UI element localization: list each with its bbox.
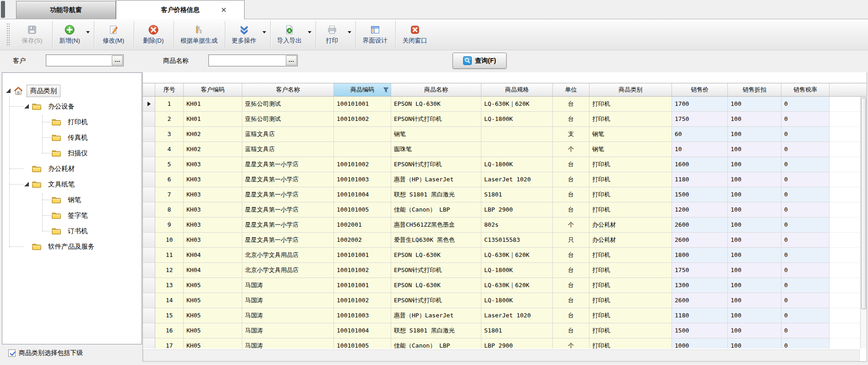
table-cell[interactable]: 10 xyxy=(672,142,728,157)
table-cell[interactable]: 1500 xyxy=(672,323,728,338)
product-lookup-button[interactable]: … xyxy=(286,55,297,65)
table-cell[interactable]: 100101002 xyxy=(334,293,391,308)
tree-item-label[interactable]: 办公设备 xyxy=(45,101,78,112)
table-cell[interactable]: 1002002 xyxy=(334,233,391,248)
tree-item-label[interactable]: 扫描仪 xyxy=(65,147,91,159)
tree-item[interactable]: 签字笔 xyxy=(2,207,142,223)
tree-item[interactable]: 扫描仪 xyxy=(2,145,142,161)
table-cell[interactable]: 蓝猫文具店 xyxy=(242,127,334,142)
table-cell[interactable]: 802s xyxy=(481,218,553,233)
table-cell[interactable]: 0 xyxy=(781,233,830,248)
table-cell[interactable]: 100101002 xyxy=(334,112,391,127)
dropdown-arrow-icon[interactable] xyxy=(308,31,311,33)
table-cell[interactable]: LQ-1800K xyxy=(481,263,553,278)
table-cell[interactable]: 蓝猫文具店 xyxy=(242,142,334,157)
vertical-scrollbar[interactable] xyxy=(860,97,867,349)
table-cell[interactable]: EPSON LQ-630K xyxy=(391,97,481,112)
tree-expander-icon[interactable] xyxy=(6,88,11,93)
table-cell[interactable]: 2 xyxy=(155,112,184,127)
table-cell[interactable]: 打印机 xyxy=(590,323,672,338)
row-indicator-cell[interactable] xyxy=(143,157,155,172)
table-cell[interactable] xyxy=(481,127,553,142)
tree-expander-icon[interactable] xyxy=(24,182,29,186)
table-cell[interactable]: 100101002 xyxy=(334,157,391,172)
table-cell[interactable]: C13S015583 xyxy=(481,233,553,248)
table-row[interactable]: 11KH04北京小学文具用品店100101001EPSON LQ-630KLQ-… xyxy=(143,248,867,263)
table-cell[interactable]: 联想 S1801 黑白激光 xyxy=(391,187,481,202)
table-cell[interactable]: KH03 xyxy=(184,187,242,202)
table-cell[interactable]: 马国涛 xyxy=(242,293,334,308)
table-cell[interactable]: EPSON针式打印机 xyxy=(391,157,481,172)
table-row[interactable]: 9KH03星星文具第一小学店1002001惠普CH561ZZ黑色墨盒802s个办… xyxy=(143,218,867,233)
table-cell[interactable]: 爱普生LQ630K 黑色色 xyxy=(391,233,481,248)
table-row[interactable]: 16KH05马国涛100101004联想 S1801 黑白激光S1801台打印机… xyxy=(143,323,867,338)
table-cell[interactable]: KH03 xyxy=(184,157,242,172)
table-cell[interactable]: EPSON LQ-630K xyxy=(391,278,481,293)
table-cell[interactable]: KH05 xyxy=(184,338,242,349)
add-button[interactable]: 新增(N) xyxy=(53,19,94,50)
table-row[interactable]: 5KH03星星文具第一小学店100101002EPSON针式打印机LQ-1800… xyxy=(143,157,867,172)
table-cell[interactable]: KH04 xyxy=(184,263,242,278)
column-header[interactable]: 商品类别 xyxy=(590,83,672,97)
row-indicator-cell[interactable] xyxy=(143,323,155,338)
table-cell[interactable]: KH01 xyxy=(184,97,242,112)
row-indicator-cell[interactable] xyxy=(143,248,155,263)
tab-function-nav[interactable]: 功能导航窗 xyxy=(16,1,116,19)
horizontal-scrollbar[interactable] xyxy=(143,349,860,361)
close-window-button[interactable]: 关闭窗口 xyxy=(396,19,435,50)
table-cell[interactable]: 100101001 xyxy=(334,248,391,263)
table-cell[interactable]: 0 xyxy=(781,308,830,323)
table-cell[interactable]: 0 xyxy=(781,142,830,157)
tree-item[interactable]: 传真机 xyxy=(2,130,142,145)
dropdown-arrow-icon[interactable] xyxy=(262,31,266,33)
table-cell[interactable]: KH05 xyxy=(184,323,242,338)
table-cell[interactable]: KH03 xyxy=(184,233,242,248)
table-cell[interactable]: 10 xyxy=(155,233,184,248)
table-cell[interactable]: 100 xyxy=(728,142,781,157)
table-cell[interactable]: 5 xyxy=(155,157,184,172)
table-cell[interactable]: LQ-630K｜620K xyxy=(481,278,553,293)
table-cell[interactable]: 办公耗材 xyxy=(590,218,672,233)
table-cell[interactable]: 1750 xyxy=(672,263,728,278)
tree-item-label[interactable]: 订书机 xyxy=(65,225,91,237)
table-cell[interactable]: 9 xyxy=(155,218,184,233)
table-row[interactable]: 7KH03星星文具第一小学店100101004联想 S1801 黑白激光S180… xyxy=(143,187,867,202)
table-cell[interactable]: 12 xyxy=(155,263,184,278)
product-filter-input[interactable] xyxy=(209,55,286,66)
row-indicator-cell[interactable] xyxy=(143,127,155,142)
table-cell[interactable]: 100 xyxy=(728,338,781,349)
table-row[interactable]: 15KH05马国涛100101003惠普（HP）LaserJetLaserJet… xyxy=(143,308,867,323)
table-cell[interactable]: 台 xyxy=(553,323,590,338)
table-cell[interactable]: S1801 xyxy=(481,187,553,202)
row-indicator-cell[interactable] xyxy=(143,112,155,127)
table-cell[interactable]: 100 xyxy=(728,157,781,172)
save-button[interactable]: 保存(S) xyxy=(13,19,52,50)
print-button[interactable]: 打印 xyxy=(316,19,355,50)
tree-item[interactable]: 订书机 xyxy=(2,223,142,239)
table-cell[interactable] xyxy=(334,142,391,157)
table-cell[interactable]: EPSON针式打印机 xyxy=(391,112,481,127)
table-cell[interactable]: 台 xyxy=(553,278,590,293)
table-cell[interactable]: 惠普（HP）LaserJet xyxy=(391,172,481,187)
table-cell[interactable]: 台 xyxy=(553,263,590,278)
table-cell[interactable]: 6 xyxy=(155,172,184,187)
table-cell[interactable]: EPSON针式打印机 xyxy=(391,263,481,278)
table-cell[interactable]: 钢笔 xyxy=(590,142,672,157)
table-cell[interactable]: 圆珠笔 xyxy=(391,142,481,157)
table-cell[interactable]: 1600 xyxy=(672,157,728,172)
table-cell[interactable]: 100 xyxy=(728,233,781,248)
row-indicator-cell[interactable] xyxy=(143,308,155,323)
table-cell[interactable]: 100 xyxy=(728,218,781,233)
table-cell[interactable]: 打印机 xyxy=(590,263,672,278)
filter-icon[interactable] xyxy=(383,87,388,94)
table-cell[interactable]: 14 xyxy=(155,293,184,308)
tree-item-label[interactable]: 软件产品及服务 xyxy=(45,241,98,252)
customer-filter-input[interactable] xyxy=(46,55,112,66)
table-cell[interactable]: 100101005 xyxy=(334,202,391,218)
table-cell[interactable] xyxy=(481,142,553,157)
table-cell[interactable]: 钢笔 xyxy=(590,127,672,142)
table-cell[interactable]: 1180 xyxy=(672,308,728,323)
table-cell[interactable]: 100 xyxy=(728,278,781,293)
tree-item-label[interactable]: 打印机 xyxy=(65,116,91,128)
table-cell[interactable]: 3 xyxy=(155,127,184,142)
